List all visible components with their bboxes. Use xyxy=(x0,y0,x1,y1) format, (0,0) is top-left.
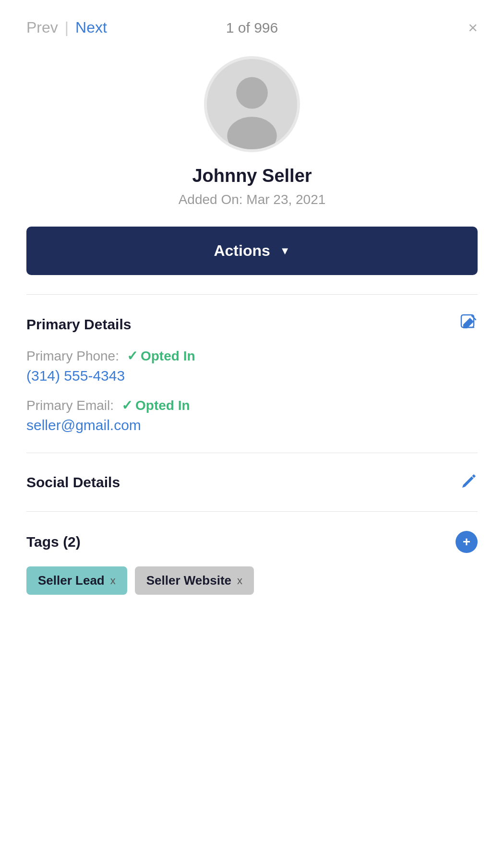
primary-details-title: Primary Details xyxy=(26,316,131,333)
avatar-section xyxy=(0,56,504,152)
actions-button[interactable]: Actions ▼ xyxy=(26,227,478,275)
email-value[interactable]: seller@gmail.com xyxy=(26,417,478,433)
divider-3 xyxy=(26,511,478,512)
add-tag-button[interactable]: + xyxy=(456,531,478,553)
pencil-icon xyxy=(461,472,478,489)
email-check-icon: ✓ xyxy=(121,397,132,413)
tags-title: Tags (2) xyxy=(26,534,81,550)
social-details-title: Social Details xyxy=(26,474,120,491)
prev-button[interactable]: Prev xyxy=(26,19,58,36)
email-opted-in-label: Opted In xyxy=(135,398,190,413)
phone-label-row: Primary Phone: ✓ Opted In xyxy=(26,348,478,364)
close-button[interactable]: × xyxy=(468,18,478,37)
tag-seller-lead-label: Seller Lead xyxy=(38,573,105,588)
contact-name: Johnny Seller xyxy=(0,166,504,186)
svg-point-1 xyxy=(236,77,268,109)
primary-email-row: Primary Email: ✓ Opted In seller@gmail.c… xyxy=(0,397,504,433)
contact-added-date: Added On: Mar 23, 2021 xyxy=(0,192,504,207)
phone-opted-in: ✓ Opted In xyxy=(127,348,195,364)
phone-opted-in-label: Opted In xyxy=(141,348,195,364)
nav-left: Prev | Next xyxy=(26,19,107,36)
email-label-row: Primary Email: ✓ Opted In xyxy=(26,397,478,413)
actions-label: Actions xyxy=(214,242,270,260)
phone-value[interactable]: (314) 555-4343 xyxy=(26,368,478,384)
divider-1 xyxy=(26,294,478,295)
tag-seller-website: Seller Website x xyxy=(135,566,254,595)
phone-label: Primary Phone: xyxy=(26,348,119,364)
page-counter: 1 of 996 xyxy=(226,20,278,36)
social-details-header: Social Details xyxy=(0,472,504,492)
avatar xyxy=(204,56,300,152)
primary-details-header: Primary Details xyxy=(0,314,504,335)
primary-phone-row: Primary Phone: ✓ Opted In (314) 555-4343 xyxy=(0,348,504,384)
actions-arrow-icon: ▼ xyxy=(280,245,290,257)
tag-seller-lead: Seller Lead x xyxy=(26,566,127,595)
nav-header: Prev | Next 1 of 996 × xyxy=(0,0,504,51)
person-icon xyxy=(207,59,297,149)
plus-icon: + xyxy=(463,534,470,550)
tag-seller-website-label: Seller Website xyxy=(146,573,231,588)
contact-detail-page: Prev | Next 1 of 996 × Johnny Seller Add… xyxy=(0,0,504,841)
email-label: Primary Email: xyxy=(26,398,114,413)
tag-seller-lead-close[interactable]: x xyxy=(110,575,116,587)
edit-icon xyxy=(460,314,478,331)
divider-2 xyxy=(26,453,478,453)
nav-divider: | xyxy=(65,19,69,36)
primary-details-edit-button[interactable] xyxy=(460,314,478,335)
tags-header: Tags (2) + xyxy=(0,531,504,553)
tag-seller-website-close[interactable]: x xyxy=(237,575,242,587)
social-details-edit-button[interactable] xyxy=(461,472,478,492)
email-opted-in: ✓ Opted In xyxy=(121,397,190,413)
tags-container: Seller Lead x Seller Website x xyxy=(0,566,504,595)
next-button[interactable]: Next xyxy=(75,19,107,36)
phone-check-icon: ✓ xyxy=(127,348,138,364)
